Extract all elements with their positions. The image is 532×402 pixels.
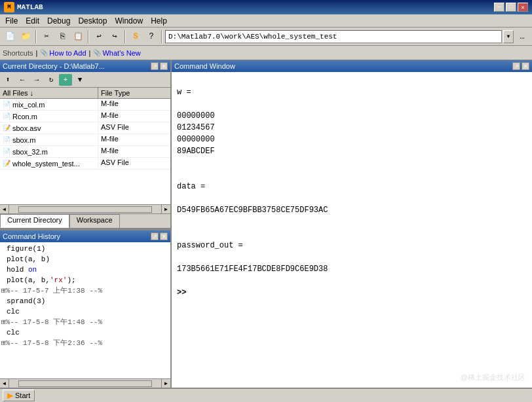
menu-edit[interactable]: Edit <box>22 16 43 26</box>
toolbar-sep4 <box>161 30 162 43</box>
hscroll-track[interactable] <box>18 206 152 213</box>
table-row[interactable]: 📝whole_system_test...ASV File <box>0 158 170 170</box>
ch-hscroll-right[interactable]: ▶ <box>161 379 170 388</box>
browse-button[interactable]: … <box>515 29 529 44</box>
open-button[interactable]: 📁 <box>18 29 33 44</box>
cw-line <box>177 251 527 263</box>
maximize-button[interactable]: □ <box>506 3 516 12</box>
cw-line <box>177 157 527 169</box>
cw-line: 00000000 <box>177 110 527 122</box>
hscroll-right[interactable]: ▶ <box>161 205 170 213</box>
ch-line-text: clc <box>1 327 20 338</box>
cd-close-button[interactable]: ✕ <box>160 62 168 70</box>
cw-line: 01234567 <box>177 122 527 134</box>
whats-new-icon: 📎 <box>93 49 101 56</box>
cd-titlebar-buttons: ↗ ✕ <box>151 62 168 70</box>
how-to-add-icon: 📎 <box>40 49 48 56</box>
list-item[interactable]: hold on <box>1 265 169 275</box>
file-hscroll[interactable]: ◀ ▶ <box>0 204 170 213</box>
list-item[interactable]: figure(1) <box>1 244 169 254</box>
cd-actions-button[interactable]: ▼ <box>73 74 86 86</box>
ch-hscroll[interactable]: ◀ ▶ <box>0 378 170 388</box>
list-item[interactable]: ⊞%-- 17-5-8 下午1:48 --% <box>1 317 169 327</box>
ch-separator-text: ⊞%-- 17-5-8 下午1:48 --% <box>1 317 102 327</box>
file-type-cell: M-file <box>98 99 170 110</box>
cd-refresh-button[interactable]: ↻ <box>45 74 58 86</box>
tab-current-directory[interactable]: Current Directory <box>0 214 69 228</box>
cw-line: 00000000 <box>177 134 527 145</box>
cd-undock-button[interactable]: ↗ <box>151 62 159 70</box>
list-item[interactable]: plot(a, b) <box>1 254 169 265</box>
list-item[interactable]: plot(a, b,'rx'); <box>1 275 169 285</box>
help-button[interactable]: ? <box>144 29 159 44</box>
table-row[interactable]: 📄sbox.mM-file <box>0 134 170 146</box>
cw-line: 89ABCDEF <box>177 145 527 157</box>
menu-window[interactable]: Window <box>111 16 147 26</box>
list-item[interactable]: sprand(3) <box>1 296 169 306</box>
cd-up-button[interactable]: ⬆ <box>1 74 14 86</box>
table-row[interactable]: 📄mix_col.mM-file <box>0 99 170 111</box>
table-row[interactable]: 📄sbox_32.mM-file <box>0 146 170 158</box>
ch-undock-button[interactable]: ↗ <box>151 232 159 240</box>
ch-hscroll-left[interactable]: ◀ <box>0 379 9 388</box>
file-name-cell: 📄sbox.m <box>0 134 98 145</box>
copy-button[interactable]: ⎘ <box>55 29 69 44</box>
whats-new-link[interactable]: 📎 What's New <box>93 49 140 57</box>
ch-close-button[interactable]: ✕ <box>160 232 168 240</box>
hscroll-left[interactable]: ◀ <box>0 205 9 213</box>
cd-forward-button[interactable]: → <box>30 74 43 86</box>
file-icon: 📄 <box>3 136 10 143</box>
simulink-button[interactable]: S <box>128 29 143 44</box>
path-dropdown[interactable]: ▼ <box>503 30 514 43</box>
menu-file[interactable]: File <box>1 16 22 26</box>
list-item[interactable]: clc <box>1 327 169 338</box>
close-button[interactable]: ✕ <box>518 3 528 12</box>
cw-line <box>177 75 527 86</box>
cw-undock-button[interactable]: ↗ <box>512 62 520 70</box>
cut-button[interactable]: ✂ <box>39 29 54 44</box>
menu-debug[interactable]: Debug <box>43 16 74 26</box>
cw-line <box>177 192 527 204</box>
list-item[interactable]: clc <box>1 306 169 317</box>
left-panel: Current Directory - D:\Matlab7... ↗ ✕ ⬆ … <box>0 60 172 388</box>
list-item[interactable]: ⊞%-- 17-5-8 下午2:36 --% <box>1 338 169 348</box>
cw-line: 173B5661E71FE4F17BCDE8FD9C6E9D38 <box>177 263 527 275</box>
cd-new-button[interactable]: + <box>59 74 72 86</box>
table-row[interactable]: 📄Rcon.mM-file <box>0 111 170 122</box>
menu-help[interactable]: Help <box>147 16 171 26</box>
cw-titlebar: Command Window ↗ ✕ <box>172 60 532 72</box>
shortcuts-divider2: | <box>89 49 91 57</box>
redo-button[interactable]: ↪ <box>107 29 122 44</box>
whats-new-label: What's New <box>102 49 140 57</box>
path-field[interactable]: D:\Matlab7.0\work\AES\whole_system_test <box>165 30 502 43</box>
cd-back-button[interactable]: ← <box>16 74 29 86</box>
minimize-button[interactable]: ─ <box>494 3 504 12</box>
ch-line-text: sprand(3) <box>1 296 45 306</box>
list-item[interactable]: ⊞%-- 17-5-7 上午1:38 --% <box>1 285 169 296</box>
paste-button[interactable]: 📋 <box>71 29 85 44</box>
file-icon: 📄 <box>3 148 10 155</box>
how-to-add-link[interactable]: 📎 How to Add <box>40 49 86 57</box>
titlebar: M MATLAB ─ □ ✕ <box>0 0 532 14</box>
file-type-cell: M-file <box>98 134 170 145</box>
undo-button[interactable]: ↩ <box>92 29 106 44</box>
col-type-header[interactable]: File Type <box>98 88 170 98</box>
shortcuts-label: Shortcuts <box>3 49 33 57</box>
file-type-cell: ASV File <box>98 158 170 169</box>
cw-line <box>177 228 527 240</box>
ch-hscroll-track[interactable] <box>18 380 152 387</box>
new-button[interactable]: 📄 <box>3 29 17 44</box>
ch-content: figure(1)plot(a, b)hold onplot(a, b,'rx'… <box>0 242 170 378</box>
col-name-header[interactable]: All Files ↓ <box>0 88 98 98</box>
command-history-panel: Command History ↗ ✕ figure(1)plot(a, b)h… <box>0 230 170 388</box>
menu-desktop[interactable]: Desktop <box>74 16 111 26</box>
file-name-cell: 📝sbox.asv <box>0 122 98 134</box>
ch-line-text: figure(1) <box>1 244 45 254</box>
table-row[interactable]: 📝sbox.asvASV File <box>0 122 170 134</box>
ch-titlebar: Command History ↗ ✕ <box>0 230 170 242</box>
tab-workspace[interactable]: Workspace <box>69 214 120 228</box>
cw-content[interactable]: w = 00000000012345670000000089ABCDEF dat… <box>172 72 532 388</box>
start-button[interactable]: ▶ Start <box>3 390 35 401</box>
cw-close-button[interactable]: ✕ <box>522 62 529 70</box>
toolbar-sep2 <box>88 30 89 43</box>
